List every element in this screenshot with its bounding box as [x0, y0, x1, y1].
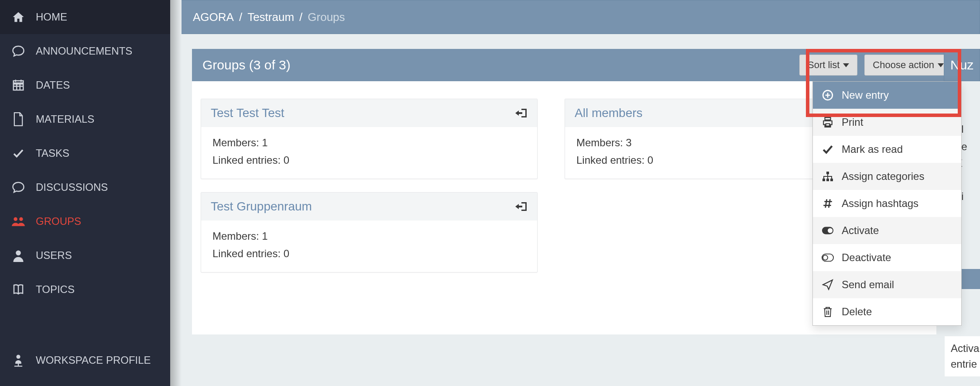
choose-action-menu: New entry Print Mark as read Assign cate… [812, 81, 962, 326]
hashtag-icon [822, 198, 834, 209]
trash-icon [822, 306, 834, 317]
book-icon [10, 283, 26, 296]
sidebar-item-home[interactable]: HOME [0, 0, 170, 34]
svg-rect-8 [830, 179, 833, 181]
page-title: Groups (3 of 3) [202, 58, 291, 72]
linked-entries-count: Linked entries: 0 [212, 245, 526, 262]
action-label: Activate [842, 224, 879, 237]
sidebar-item-label: MATERIALS [36, 113, 94, 125]
action-send-email[interactable]: Send email [813, 271, 961, 298]
check-icon [10, 147, 26, 160]
chevron-down-icon [843, 63, 849, 67]
sidebar-item-label: HOME [36, 11, 67, 23]
toggle-on-icon [822, 226, 834, 235]
svg-point-1 [19, 217, 23, 221]
comment-icon [10, 45, 26, 58]
sidebar: HOME ANNOUNCEMENTS DATES MATERIALS TASKS… [0, 0, 170, 386]
svg-point-0 [14, 217, 17, 221]
action-label: Delete [842, 306, 872, 318]
checkmark-icon [822, 144, 834, 155]
group-card: Test Test Test Members: 1 Linked entries… [201, 99, 538, 179]
sidebar-item-materials[interactable]: MATERIALS [0, 102, 170, 136]
svg-rect-7 [826, 179, 829, 181]
members-count: Members: 1 [212, 134, 526, 152]
svg-point-10 [828, 228, 833, 233]
group-card-header: Test Test Test [201, 99, 537, 127]
sidebar-item-users[interactable]: USERS [0, 238, 170, 272]
action-label: Deactivate [842, 252, 891, 264]
action-print[interactable]: Print [813, 109, 961, 136]
sidebar-shadow [170, 0, 182, 386]
sidebar-item-groups[interactable]: GROUPS [0, 204, 170, 238]
paper-plane-icon [822, 279, 834, 290]
sidebar-item-label: USERS [36, 249, 72, 262]
group-card-body: Members: 1 Linked entries: 0 [201, 221, 537, 272]
header-buttons: Sort list Choose action [799, 55, 952, 76]
breadcrumb-root[interactable]: AGORA [193, 10, 234, 24]
action-label: Assign categories [842, 170, 924, 183]
sidebar-item-dates[interactable]: DATES [0, 68, 170, 102]
action-label: New entry [842, 89, 889, 101]
svg-point-2 [16, 250, 21, 255]
choose-action-button[interactable]: Choose action [864, 55, 952, 76]
breadcrumb-sep: / [294, 10, 308, 24]
breadcrumb-mid[interactable]: Testraum [247, 10, 294, 24]
group-card-body: Members: 1 Linked entries: 0 [201, 127, 537, 179]
printer-icon [822, 117, 834, 128]
breadcrumb: AGORA / Testraum / Groups [182, 0, 980, 34]
group-title-link[interactable]: Test Gruppenraum [211, 200, 312, 214]
chat-icon [10, 181, 26, 194]
action-delete[interactable]: Delete [813, 298, 961, 325]
choose-action-label: Choose action [873, 59, 934, 71]
action-deactivate[interactable]: Deactivate [813, 244, 961, 271]
sitemap-icon [822, 171, 834, 182]
enter-icon[interactable] [515, 108, 528, 118]
right-action-button[interactable]: Nuz [944, 49, 980, 81]
group-card: Test Gruppenraum Members: 1 Linked entri… [201, 192, 538, 272]
action-label: Mark as read [842, 143, 903, 155]
sidebar-item-tasks[interactable]: TASKS [0, 136, 170, 170]
sidebar-item-label: ANNOUNCEMENTS [36, 45, 132, 57]
linked-entries-count: Linked entries: 0 [212, 152, 526, 169]
members-count: Members: 1 [212, 227, 526, 245]
action-assign-hashtags[interactable]: Assign hashtags [813, 190, 961, 217]
action-mark-as-read[interactable]: Mark as read [813, 136, 961, 163]
calendar-icon [10, 79, 26, 92]
chevron-down-icon [938, 63, 944, 67]
text-fragment: Activa [951, 341, 980, 356]
action-label: Assign hashtags [842, 197, 918, 210]
group-title-link[interactable]: All members [575, 106, 643, 120]
breadcrumb-sep: / [234, 10, 247, 24]
toggle-off-icon [822, 253, 834, 262]
plus-circle-icon [822, 90, 834, 101]
action-new-entry[interactable]: New entry [813, 82, 961, 109]
profile-icon [10, 353, 26, 367]
enter-icon[interactable] [515, 201, 528, 212]
breadcrumb-current: Groups [308, 10, 345, 24]
users-icon [10, 215, 26, 228]
sidebar-item-discussions[interactable]: DISCUSSIONS [0, 170, 170, 204]
sidebar-item-label: GROUPS [36, 215, 81, 227]
sidebar-item-workspace-profile[interactable]: WORKSPACE PROFILE [0, 343, 170, 377]
svg-rect-6 [822, 179, 825, 181]
group-card-header: Test Gruppenraum [201, 193, 537, 221]
text-fragment: entrie [951, 356, 980, 372]
document-icon [10, 112, 26, 126]
sidebar-item-label: DISCUSSIONS [36, 181, 108, 193]
home-icon [10, 10, 26, 24]
page-header: Groups (3 of 3) Sort list Choose action [192, 49, 963, 81]
svg-rect-5 [826, 172, 829, 174]
svg-point-3 [16, 355, 20, 358]
action-assign-categories[interactable]: Assign categories [813, 163, 961, 190]
sidebar-item-label: TOPICS [36, 283, 75, 296]
action-activate[interactable]: Activate [813, 217, 961, 244]
sidebar-item-label: WORKSPACE PROFILE [36, 354, 151, 366]
user-icon [10, 249, 26, 262]
sidebar-item-announcements[interactable]: ANNOUNCEMENTS [0, 34, 170, 68]
sort-list-button[interactable]: Sort list [799, 55, 857, 76]
right-action-label: Nuz [950, 58, 973, 72]
sidebar-item-topics[interactable]: TOPICS [0, 272, 170, 307]
group-title-link[interactable]: Test Test Test [211, 106, 284, 120]
svg-point-12 [823, 255, 828, 260]
action-label: Print [842, 116, 863, 128]
